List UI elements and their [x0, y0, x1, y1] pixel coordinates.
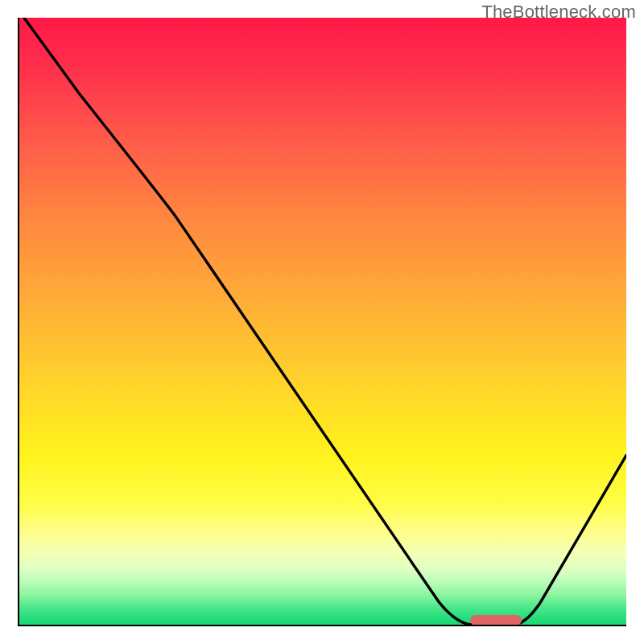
curve-layer [19, 18, 626, 625]
bottleneck-chart: TheBottleneck.com [0, 0, 644, 644]
bottleneck-curve [19, 18, 626, 625]
plot-area [18, 18, 626, 626]
watermark-text: TheBottleneck.com [481, 2, 636, 23]
optimal-marker [470, 615, 522, 625]
